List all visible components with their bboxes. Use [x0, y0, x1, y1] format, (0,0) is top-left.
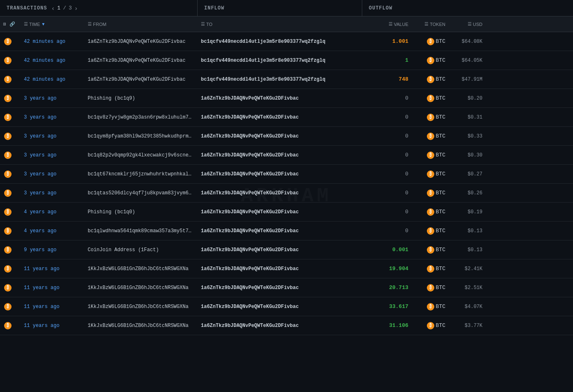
table-row[interactable]: ₿ 11 years ago 1KkJxBzW6LG6B1GnZB6hJbC6t… [0, 259, 573, 278]
time-link[interactable]: 3 years ago [24, 133, 56, 139]
to-filter-button[interactable]: ☰ TO [201, 21, 212, 27]
table-row[interactable]: ₿ 11 years ago 1KkJxBzW6LG6B1GnZB6hJbC6t… [0, 316, 573, 335]
time-link[interactable]: 4 years ago [24, 209, 56, 215]
row-token-cell: ₿ BTC [412, 95, 449, 102]
table-row[interactable]: ₿ 3 years ago bc1qtas5206dlcy4qf7ju8kpva… [0, 184, 573, 203]
inflow-label: INFLOW [204, 5, 224, 11]
row-token-cell: ₿ BTC [412, 133, 449, 140]
table-row[interactable]: ₿ 3 years ago bc1qym8pfyam38hl9w329t385h… [0, 127, 573, 146]
time-link[interactable]: 3 years ago [24, 96, 56, 101]
row-icon-cell: ₿ [0, 189, 21, 197]
time-link[interactable]: 42 minutes ago [24, 77, 65, 82]
table-row[interactable]: ₿ 11 years ago 1KkJxBzW6LG6B1GnZB6hJbC6t… [0, 297, 573, 316]
row-icon-cell: ₿ [0, 76, 21, 83]
prev-page-button[interactable]: ‹ [51, 5, 55, 12]
outflow-label: OUTFLOW [369, 5, 392, 11]
usd-filter-button[interactable]: ☰ USD [468, 21, 482, 27]
time-link[interactable]: 3 years ago [24, 171, 56, 177]
usd-value: $0.33 [468, 133, 482, 139]
table-row[interactable]: ₿ 3 years ago bc1qv8z7yvjw8gm2p3asn6rpw8… [0, 108, 573, 127]
column-header-row: ⊞ 🔗 ☰ TIME ▼ ☰ FROM ☰ TO ☰ VALUE ☰ TOKEN [0, 16, 573, 32]
time-link[interactable]: 11 years ago [24, 285, 59, 291]
col-usd-header[interactable]: ☰ USD [449, 21, 486, 27]
btc-token-icon: ₿ [427, 133, 434, 140]
transactions-label: TRANSACTIONS [7, 5, 47, 11]
col-token-header[interactable]: ☰ TOKEN [412, 21, 449, 27]
col-to-header[interactable]: ☰ TO [198, 21, 362, 27]
token-name: BTC [436, 209, 445, 215]
row-time-cell: 11 years ago [21, 285, 84, 291]
row-value-cell: 0 [362, 228, 412, 234]
row-usd-cell: $3.77K [449, 323, 486, 329]
token-name: BTC [436, 114, 445, 120]
row-to-cell: 1a6ZnTkz9bJDAQNvPeQWTeKGu2DFivbac [198, 285, 362, 291]
table-row[interactable]: ₿ 42 minutes ago 1a6ZnTkz9bJDAQNvPeQWTeK… [0, 32, 573, 51]
row-to-cell: bc1qcfv449necddl4utlje3m5r8e903377wq2fzg… [198, 39, 362, 44]
col-value-header[interactable]: ☰ VALUE [362, 21, 412, 27]
row-time-cell: 3 years ago [21, 171, 84, 177]
value-amount: 0 [405, 114, 408, 120]
table-row[interactable]: ₿ 3 years ago Phishing (bc1q9) 1a6ZnTkz9… [0, 89, 573, 108]
row-time-cell: 9 years ago [21, 247, 84, 253]
time-link[interactable]: 9 years ago [24, 247, 56, 253]
row-icon-cell: ₿ [0, 246, 21, 254]
from-filter-button[interactable]: ☰ FROM [88, 21, 106, 27]
to-address: 1a6ZnTkz9bJDAQNvPeQWTeKGu2DFivbac [201, 152, 299, 158]
row-usd-cell: $2.41K [449, 266, 486, 272]
table-row[interactable]: ₿ 42 minutes ago 1a6ZnTkz9bJDAQNvPeQWTeK… [0, 70, 573, 89]
row-to-cell: 1a6ZnTkz9bJDAQNvPeQWTeKGu2DFivbac [198, 266, 362, 272]
table-row[interactable]: ₿ 4 years ago bc1qlwdhnwa5641qmk89cmaw35… [0, 222, 573, 240]
usd-value: $2.51K [465, 285, 482, 291]
time-filter-button[interactable]: ☰ TIME ▼ [24, 21, 45, 27]
time-link[interactable]: 42 minutes ago [24, 39, 65, 44]
value-amount: 0 [405, 228, 408, 234]
btc-icon: ₿ [4, 38, 12, 45]
row-to-cell: 1a6ZnTkz9bJDAQNvPeQWTeKGu2DFivbac [198, 247, 362, 253]
table-row[interactable]: ₿ 3 years ago bc1q82p2v0qmp92gk4lxecwakc… [0, 146, 573, 165]
page-current: 1 [57, 5, 61, 11]
value-filter-button[interactable]: ☰ VALUE [389, 21, 408, 27]
table-row[interactable]: ₿ 4 years ago Phishing (bc1q0) 1a6ZnTkz9… [0, 203, 573, 222]
time-link[interactable]: 11 years ago [24, 266, 59, 272]
to-address: bc1qcfv449necddl4utlje3m5r8e903377wq2fzg… [201, 58, 325, 63]
table-row[interactable]: ₿ 3 years ago bc1qt67kncmklrj65jznwhuhrk… [0, 165, 573, 184]
row-from-cell: Phishing (bc1q9) [84, 96, 198, 101]
table-row[interactable]: ₿ 42 minutes ago 1a6ZnTkz9bJDAQNvPeQWTeK… [0, 51, 573, 70]
next-page-button[interactable]: › [75, 5, 78, 12]
btc-token-icon: ₿ [427, 265, 434, 273]
value-col-label: VALUE [394, 22, 408, 27]
from-address: bc1qlwdhnwa5641qmk89cmaw357a3my5t7cpvm0l… [88, 228, 194, 234]
from-address: 1KkJxBzW6LG6B1GnZB6hJbC6tcNRSWGXNa [88, 266, 189, 272]
table-row[interactable]: ₿ 9 years ago CoinJoin Address (1Fact) 1… [0, 240, 573, 259]
row-token-cell: ₿ BTC [412, 284, 449, 292]
row-to-cell: 1a6ZnTkz9bJDAQNvPeQWTeKGu2DFivbac [198, 323, 362, 329]
row-from-cell: Phishing (bc1q0) [84, 209, 198, 215]
row-icon-cell: ₿ [0, 303, 21, 310]
row-token-cell: ₿ BTC [412, 57, 449, 64]
token-filter-button[interactable]: ☰ TOKEN [424, 21, 445, 27]
filter-icon-token: ☰ [424, 21, 429, 27]
time-link[interactable]: 3 years ago [24, 190, 56, 196]
outflow-section: OUTFLOW [362, 0, 573, 16]
row-value-cell: 748 [362, 76, 412, 82]
row-icon-cell: ₿ [0, 265, 21, 273]
time-link[interactable]: 3 years ago [24, 114, 56, 120]
btc-icon: ₿ [4, 133, 12, 140]
usd-value: $0.19 [468, 209, 482, 215]
time-link[interactable]: 11 years ago [24, 323, 59, 329]
table-row[interactable]: ₿ 11 years ago 1KkJxBzW6LG6B1GnZB6hJbC6t… [0, 278, 573, 297]
btc-token-icon: ₿ [427, 38, 434, 45]
time-link[interactable]: 4 years ago [24, 228, 56, 234]
btc-icon: ₿ [4, 322, 12, 329]
time-link[interactable]: 11 years ago [24, 304, 59, 310]
to-address: 1a6ZnTkz9bJDAQNvPeQWTeKGu2DFivbac [201, 266, 299, 272]
value-amount: 0 [405, 171, 408, 177]
usd-value: $0.13 [468, 228, 482, 234]
col-from-header[interactable]: ☰ FROM [84, 21, 198, 27]
row-value-cell: 0 [362, 209, 412, 215]
time-link[interactable]: 42 minutes ago [24, 58, 65, 63]
usd-value: $0.13 [468, 247, 482, 253]
col-time-header[interactable]: ☰ TIME ▼ [21, 21, 84, 27]
time-link[interactable]: 3 years ago [24, 152, 56, 158]
transactions-section: TRANSACTIONS ‹ 1 / 3 › [0, 0, 198, 16]
